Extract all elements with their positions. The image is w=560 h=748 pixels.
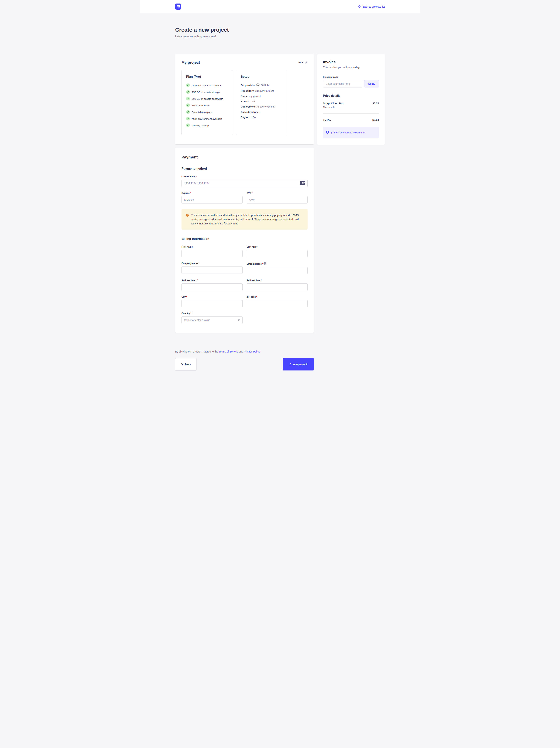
left-column: My project Edit Plan (Pro)	[175, 54, 314, 333]
plan-feature-item: Multi-environment available	[186, 117, 228, 121]
required-mark: *	[190, 312, 191, 315]
check-icon	[186, 84, 190, 88]
country-select[interactable]: Select or enter a value	[181, 317, 243, 324]
email-label: Email address*	[247, 262, 308, 265]
info-icon	[264, 263, 266, 265]
invoice-title: Invoice	[323, 60, 379, 64]
info-circle-icon	[326, 131, 329, 134]
page-title: Create a new project	[175, 27, 385, 33]
footer: By clicking on "Create", I agree to the …	[175, 350, 314, 390]
credit-card-icon	[300, 181, 306, 186]
plan-feature-item: 250 GB of assets storage	[186, 90, 228, 94]
total-label: TOTAL	[323, 118, 331, 121]
required-mark: *	[186, 296, 187, 298]
card-number-field-group: Card Number*	[181, 175, 308, 187]
strapi-logo-icon[interactable]	[175, 3, 181, 9]
plan-feature-item: 500 GB of assets bandwidth	[186, 97, 228, 101]
plan-feature-list: Unlimited database entries 250 GB of ass…	[186, 84, 228, 128]
check-icon	[186, 123, 190, 128]
total-amount: $8.04	[372, 118, 379, 121]
create-project-button[interactable]: Create project	[283, 358, 314, 371]
setup-row: Deployment At every commit	[241, 105, 283, 108]
first-name-input[interactable]	[181, 250, 243, 257]
expires-label: Expires*	[181, 192, 243, 194]
chevron-down-icon	[238, 320, 240, 321]
setup-box-title: Setup	[241, 75, 283, 78]
check-icon	[186, 97, 190, 101]
edit-button-label: Edit	[298, 61, 303, 64]
email-field-group: Email address*	[247, 262, 308, 274]
plan-feature-item: Selectable regions	[186, 110, 228, 114]
discount-code-input[interactable]	[323, 80, 362, 88]
setup-row: Name my-project	[241, 95, 283, 97]
price-item-period: This month	[323, 106, 343, 109]
terms-of-service-link[interactable]: Terms of Service	[219, 350, 238, 353]
required-mark: *	[190, 192, 191, 194]
email-input[interactable]	[247, 267, 308, 274]
plan-box-title: Plan (Pro)	[186, 75, 228, 78]
my-project-card: My project Edit Plan (Pro)	[175, 54, 314, 144]
cvc-label: CVC*	[247, 192, 308, 194]
setup-row: Branch main	[241, 100, 283, 103]
required-mark: *	[252, 192, 252, 194]
expires-input[interactable]	[181, 196, 243, 204]
country-label: Country*	[181, 312, 243, 315]
check-icon	[186, 103, 190, 108]
zip-code-input[interactable]	[247, 300, 308, 307]
top-bar: Back to projects list	[140, 0, 420, 13]
apply-button[interactable]: Apply	[364, 80, 379, 88]
required-mark: *	[256, 296, 257, 298]
zip-code-field-group: ZIP code*	[247, 296, 308, 307]
billing-information-title: Billing information	[181, 237, 308, 241]
plan-feature-item: Weekly backups	[186, 123, 228, 128]
redo-arrow-icon	[358, 5, 361, 8]
check-icon	[186, 117, 190, 121]
price-item-amount: $8.04	[372, 102, 379, 109]
address-line-2-input[interactable]	[247, 283, 308, 291]
discount-code-label: Discount code	[323, 76, 379, 78]
my-project-title: My project	[181, 61, 200, 65]
invoice-divider	[323, 113, 379, 114]
page-subtitle: Lets create something awesome!	[175, 34, 385, 38]
privacy-policy-link[interactable]: Privacy Policy	[244, 350, 260, 353]
price-line-item: Strapi Cloud Pro This month $8.04	[323, 102, 379, 109]
first-name-field-group: First name	[181, 246, 243, 257]
cvc-field-group: CVC*	[247, 192, 308, 204]
plan-box: Plan (Pro) Unlimited database entries 25…	[181, 70, 233, 135]
setup-list: Git provider GitHub Repository strapi/my…	[241, 84, 283, 119]
next-month-charge-text: $75 will be charged next month.	[331, 131, 366, 134]
company-name-field-group: Company name*	[181, 262, 243, 274]
check-icon	[186, 90, 190, 94]
payment-card: Payment Payment method Card Number*	[175, 147, 314, 333]
city-label: City*	[181, 296, 243, 298]
plan-feature-item: 1M API requests	[186, 103, 228, 108]
city-field-group: City*	[181, 296, 243, 307]
first-name-label: First name	[181, 246, 243, 248]
address-line-1-label: Address line 1*	[181, 279, 243, 282]
card-number-input[interactable]	[181, 180, 308, 187]
address-line-1-field-group: Address line 1*	[181, 279, 243, 291]
city-input[interactable]	[181, 300, 243, 307]
cvc-input[interactable]	[247, 196, 308, 204]
required-mark: *	[197, 279, 198, 282]
price-item-name: Strapi Cloud Pro	[323, 102, 343, 105]
address-line-1-input[interactable]	[181, 283, 243, 291]
go-back-button[interactable]: Go back	[175, 358, 196, 371]
card-number-label: Card Number*	[181, 175, 308, 178]
next-month-charge-banner: $75 will be charged next month.	[323, 127, 379, 138]
setup-row: Git provider GitHub	[241, 84, 283, 87]
required-mark: *	[196, 175, 197, 178]
setup-row: Region USA	[241, 116, 283, 119]
address-line-2-label: Address line 2	[247, 279, 308, 282]
terms-text: By clicking on "Create", I agree to the …	[175, 350, 314, 353]
pencil-icon	[305, 61, 308, 64]
edit-button[interactable]: Edit	[298, 61, 308, 64]
company-name-input[interactable]	[181, 266, 243, 274]
required-mark: *	[198, 262, 199, 265]
last-name-input[interactable]	[247, 250, 308, 257]
back-to-projects-link[interactable]: Back to projects list	[358, 5, 385, 8]
price-details-title: Price details	[323, 94, 379, 97]
last-name-label: Last name	[247, 246, 308, 248]
setup-row: Repository strapi/my-project	[241, 90, 283, 92]
total-row: TOTAL $8.04	[323, 118, 379, 121]
